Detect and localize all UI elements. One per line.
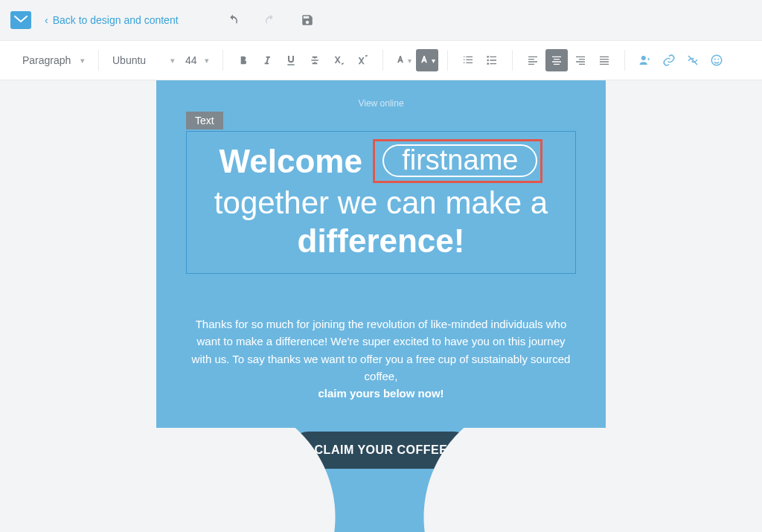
align-right-button[interactable] bbox=[569, 49, 592, 71]
caret-down-icon: ▾ bbox=[80, 56, 85, 65]
undo-button[interactable] bbox=[222, 9, 244, 31]
cta-button[interactable]: CLAIM YOUR COFFEE bbox=[289, 432, 473, 469]
brand-logo bbox=[10, 11, 31, 29]
style-select[interactable]: Paragraph ▾ bbox=[18, 54, 89, 66]
caret-down-icon: ▾ bbox=[205, 56, 209, 65]
svg-point-6 bbox=[717, 59, 719, 60]
align-left-button[interactable] bbox=[522, 49, 544, 71]
style-select-value: Paragraph bbox=[22, 54, 71, 66]
align-justify-button[interactable] bbox=[593, 49, 615, 71]
chevron-left-icon: ‹ bbox=[45, 14, 48, 26]
block-tag: Text bbox=[186, 112, 223, 129]
font-select-value: Ubuntu bbox=[112, 54, 146, 66]
text-color-button[interactable]: ▾ bbox=[392, 49, 414, 71]
headline-line2: together we can make a bbox=[197, 185, 565, 222]
svg-point-0 bbox=[487, 56, 489, 58]
body-bold: claim yours below now! bbox=[188, 385, 574, 402]
font-size-select[interactable]: 44 ▾ bbox=[181, 54, 214, 66]
italic-button[interactable] bbox=[256, 49, 278, 71]
headline-line3: difference! bbox=[197, 222, 565, 261]
firstname-placeholder[interactable]: firstname bbox=[382, 144, 537, 177]
back-link-label: Back to design and content bbox=[53, 14, 179, 26]
save-button[interactable] bbox=[296, 9, 318, 31]
emoji-button[interactable] bbox=[705, 49, 728, 71]
svg-point-3 bbox=[641, 56, 645, 60]
svg-point-2 bbox=[487, 63, 489, 65]
top-bar: ‹ Back to design and content bbox=[0, 0, 762, 40]
headline[interactable]: Welcome firstname together we can make a… bbox=[197, 139, 565, 261]
superscript-button[interactable] bbox=[351, 49, 374, 71]
placeholder-highlight: firstname bbox=[373, 139, 542, 183]
bold-button[interactable] bbox=[232, 49, 254, 71]
personalization-button[interactable] bbox=[634, 49, 656, 71]
format-toolbar: Paragraph ▾ Ubuntu ▾ 44 ▾ ▾ ▾ bbox=[0, 40, 762, 80]
back-link[interactable]: ‹ Back to design and content bbox=[45, 14, 179, 26]
text-block[interactable]: Text Welcome firstname together we can m… bbox=[186, 131, 576, 274]
font-select[interactable]: Ubuntu ▾ bbox=[108, 54, 179, 66]
body-copy[interactable]: Thanks for so much for joining the revol… bbox=[188, 315, 574, 402]
body-text: Thanks for so much for joining the revol… bbox=[192, 318, 571, 382]
highlight-color-button[interactable]: ▾ bbox=[416, 49, 438, 71]
canvas: View online Text Welcome firstname toget… bbox=[0, 80, 762, 532]
top-actions bbox=[222, 9, 318, 31]
underline-button[interactable] bbox=[280, 49, 302, 71]
align-center-button[interactable] bbox=[545, 49, 568, 71]
email-card[interactable]: View online Text Welcome firstname toget… bbox=[156, 80, 606, 532]
view-online-link[interactable]: View online bbox=[186, 98, 576, 109]
unordered-list-button[interactable] bbox=[481, 49, 503, 71]
font-size-value: 44 bbox=[185, 54, 197, 66]
svg-point-1 bbox=[487, 60, 489, 62]
strike-button[interactable] bbox=[304, 49, 326, 71]
headline-welcome: Welcome bbox=[220, 143, 362, 179]
link-button[interactable] bbox=[658, 49, 680, 71]
svg-point-5 bbox=[714, 59, 715, 60]
subscript-button[interactable] bbox=[327, 49, 350, 71]
redo-button[interactable] bbox=[259, 9, 281, 31]
ordered-list-button[interactable] bbox=[457, 49, 479, 71]
caret-down-icon: ▾ bbox=[170, 56, 175, 65]
svg-point-4 bbox=[711, 55, 722, 65]
unlink-button[interactable] bbox=[682, 49, 704, 71]
